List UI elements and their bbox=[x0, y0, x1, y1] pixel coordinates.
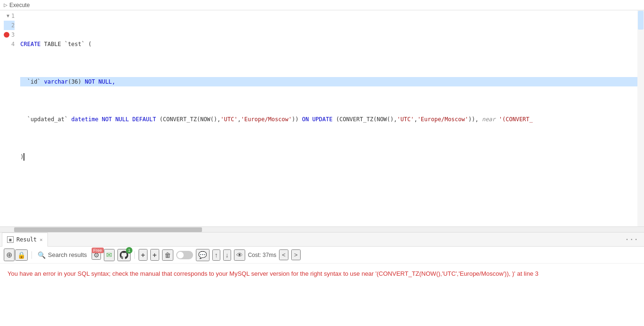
search-icon: 🔍 bbox=[38, 251, 45, 259]
line-number-4: 4 bbox=[4, 39, 15, 49]
left-toolbar-group: ⊕ 🔒 bbox=[4, 248, 28, 261]
scrollbar-thumb[interactable] bbox=[638, 11, 644, 30]
toggle-switch[interactable] bbox=[176, 251, 193, 259]
horizontal-scrollbar-track[interactable] bbox=[0, 226, 644, 232]
vertical-scrollbar[interactable] bbox=[637, 10, 644, 226]
line-numbers: ▼ 1 2 3 4 bbox=[0, 10, 18, 226]
code-line-3: `updated_at` datetime NOT NULL DEFAULT (… bbox=[20, 115, 644, 124]
result-tab[interactable]: ▦ Result × bbox=[2, 233, 48, 247]
add-cross-button[interactable]: ⊕ bbox=[4, 248, 15, 261]
cursor bbox=[23, 153, 24, 161]
line-number-2: 2 bbox=[4, 21, 15, 30]
line-number-3: 3 bbox=[4, 30, 15, 39]
code-editor[interactable]: ▼ 1 2 3 4 CREATE TABLE `test` ( bbox=[0, 10, 644, 226]
envelope-github-group: ✉ bbox=[104, 249, 115, 261]
execute-label: Execute bbox=[9, 2, 30, 8]
gear-free-group: ⚙ Free bbox=[92, 250, 101, 260]
toolbar-separator bbox=[31, 251, 32, 259]
next-page-button[interactable]: > bbox=[291, 249, 301, 260]
result-tab-menu[interactable]: ··· bbox=[621, 235, 642, 244]
envelope-button[interactable]: ✉ bbox=[104, 249, 115, 261]
code-line-1: CREATE TABLE `test` ( bbox=[20, 39, 644, 49]
execute-bar: ▷ Execute bbox=[0, 0, 644, 10]
search-results-area: 🔍 Search results bbox=[36, 251, 89, 259]
github-badge: 1 bbox=[126, 247, 132, 254]
add-row-button[interactable]: + bbox=[139, 249, 147, 261]
result-panel: ▦ Result × ··· ⊕ 🔒 🔍 Search results ⚙ Fr… bbox=[0, 232, 644, 326]
play-icon: ▷ bbox=[4, 2, 8, 8]
search-results-label: Search results bbox=[48, 251, 87, 258]
result-tab-label: Result bbox=[16, 236, 37, 243]
chat-button[interactable]: 💬 bbox=[196, 249, 209, 261]
result-tab-bar: ▦ Result × ··· bbox=[0, 233, 644, 247]
code-line-2: `id` varchar (36) NOT NULL, bbox=[20, 77, 644, 86]
github-badge-group: 1 bbox=[117, 249, 131, 261]
line-number-1: ▼ 1 bbox=[4, 11, 15, 21]
toolbar-separator-2 bbox=[134, 251, 135, 259]
prev-page-button[interactable]: < bbox=[279, 249, 288, 260]
collapse-arrow-1[interactable]: ▼ bbox=[7, 11, 9, 21]
add-col-button[interactable]: + bbox=[150, 249, 159, 261]
error-message-area: You have an error in your SQL syntax; ch… bbox=[0, 264, 644, 326]
error-dot bbox=[4, 32, 9, 38]
code-line-4: ) bbox=[20, 152, 644, 162]
error-message: You have an error in your SQL syntax; ch… bbox=[8, 269, 636, 279]
cost-label: Cost: 37ms bbox=[248, 252, 277, 258]
table-icon: ▦ bbox=[7, 236, 14, 243]
horizontal-scrollbar-thumb[interactable] bbox=[14, 227, 202, 232]
down-arrow-button[interactable]: ↓ bbox=[223, 249, 231, 261]
lock-button[interactable]: 🔒 bbox=[15, 249, 28, 261]
result-tab-close[interactable]: × bbox=[39, 237, 43, 243]
editor-area: ▼ 1 2 3 4 CREATE TABLE `test` ( bbox=[0, 10, 644, 232]
up-arrow-button[interactable]: ↑ bbox=[212, 249, 220, 261]
delete-button[interactable]: 🗑 bbox=[162, 249, 173, 261]
result-toolbar: ⊕ 🔒 🔍 Search results ⚙ Free ✉ 1 bbox=[0, 247, 644, 264]
eye-button[interactable]: 👁 bbox=[234, 249, 245, 261]
code-content[interactable]: CREATE TABLE `test` ( `id` varchar (36) … bbox=[18, 10, 644, 226]
free-badge: Free bbox=[92, 248, 104, 253]
execute-button[interactable]: ▷ Execute bbox=[4, 2, 30, 8]
